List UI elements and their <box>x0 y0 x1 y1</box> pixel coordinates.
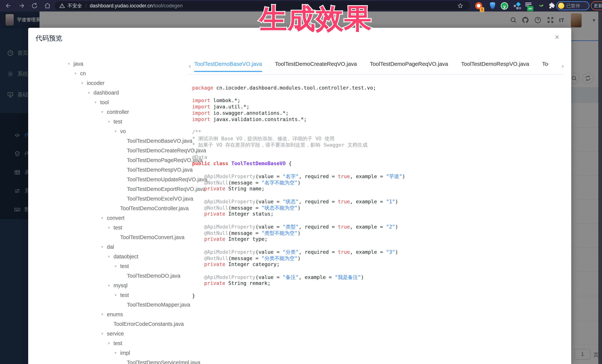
reload-icon[interactable] <box>31 2 38 9</box>
tree-caret-icon[interactable]: ▾ <box>100 312 107 317</box>
tree-node[interactable]: ToolTestDemoController.java <box>67 204 208 213</box>
tree-node[interactable]: ▾mysql <box>67 281 208 290</box>
close-icon[interactable]: × <box>555 33 559 41</box>
file-tab[interactable]: ToolTestDemoPageReqVO.java <box>370 61 448 72</box>
tree-caret-icon[interactable]: ▾ <box>107 225 114 230</box>
code-line: import java.util.*; <box>192 104 567 110</box>
tree-node[interactable]: ToolTestDemoBaseVO.java <box>67 136 208 146</box>
sync-paused-label: 已暂停 <box>566 3 580 9</box>
file-tab[interactable]: ToolTestDemoBaseVO.java <box>194 61 262 72</box>
tree-node[interactable]: ▾dal <box>67 242 208 252</box>
tree-node[interactable]: ▾test <box>67 261 208 271</box>
tree-node-label: ToolTestDemoMapper.java <box>127 302 190 308</box>
tree-caret-icon[interactable]: ▾ <box>74 71 80 76</box>
tree-node[interactable]: ▾tool <box>67 97 208 107</box>
profile-emoji-avatar <box>558 3 564 9</box>
bookmark-star-icon[interactable] <box>457 3 463 9</box>
back-icon[interactable] <box>5 2 12 9</box>
tree-caret-icon[interactable]: ▾ <box>94 100 100 104</box>
code-line <box>192 268 567 274</box>
url-path[interactable]: /tool/codegen <box>153 3 183 9</box>
tree-caret-icon[interactable]: ▾ <box>67 62 74 66</box>
tree-node[interactable]: ToolTestDemoExcelVO.java <box>67 194 208 204</box>
tree-node[interactable]: ▾dataobject <box>67 252 208 261</box>
tree-node[interactable]: ▾controller <box>67 107 208 117</box>
tree-node[interactable]: ▾dashboard <box>67 88 208 97</box>
extension-ubuntu-icon[interactable]: 1 <box>475 2 482 9</box>
tree-caret-icon[interactable]: ▾ <box>107 341 114 345</box>
code-preview-dialog: 代码预览 × ▾java▾cn▾iocoder▾dashboard▾tool▾c… <box>28 28 571 364</box>
tree-node-label: ToolErrorCodeConstants.java <box>114 321 184 327</box>
extension-list-icon[interactable]: on <box>525 2 533 10</box>
url-host[interactable]: dashboard.yudao.iocoder.cn <box>90 3 153 9</box>
tree-node[interactable]: ToolTestDemoCreateReqVO.java <box>67 146 208 155</box>
extension-diamond-grid-icon[interactable] <box>513 2 521 10</box>
tree-node[interactable]: ▾test <box>67 290 208 300</box>
home-icon[interactable] <box>44 2 51 9</box>
code-line: @ApiModelProperty(value = "备注", example … <box>192 274 567 280</box>
tree-node-label: test <box>114 225 122 231</box>
file-tabs-bar: ‹ ToolTestDemoBaseVO.javaToolTestDemoCre… <box>188 61 564 74</box>
extension-sprout-icon[interactable] <box>538 2 545 10</box>
tree-node-label: convert <box>107 215 124 221</box>
file-tab[interactable]: ToolTestDemoRespVO.java <box>461 61 529 72</box>
tree-node[interactable]: ToolTestDemoConvert.java <box>67 232 208 242</box>
tree-caret-icon[interactable]: ▾ <box>107 254 114 259</box>
code-line: import lombok.*; <box>192 97 567 104</box>
tree-caret-icon[interactable]: ▾ <box>107 283 114 288</box>
tree-caret-icon[interactable]: ▾ <box>114 129 120 134</box>
code-line <box>192 242 567 249</box>
tree-node-label: test <box>114 340 122 346</box>
tree-node[interactable]: ToolTestDemoMapper.java <box>67 300 208 310</box>
tree-node[interactable]: ▾vo <box>67 126 208 136</box>
tree-caret-icon[interactable]: ▾ <box>87 90 94 95</box>
file-tab[interactable]: ToolTe <box>542 61 548 72</box>
tree-caret-icon[interactable]: ▾ <box>100 245 107 249</box>
tree-caret-icon[interactable]: ▾ <box>114 293 120 297</box>
tree-node[interactable]: ToolTestDemoDO.java <box>67 271 208 281</box>
tree-node[interactable]: ▾convert <box>67 213 208 223</box>
tree-node[interactable]: ▾impl <box>67 348 208 358</box>
tree-node[interactable]: ToolErrorCodeConstants.java <box>67 319 208 329</box>
tree-caret-icon[interactable]: ▾ <box>80 81 87 85</box>
tree-node[interactable]: ToolTestDemoServiceImpl.java <box>67 358 208 364</box>
tree-node-label: test <box>114 119 122 125</box>
browser-profile-pill[interactable]: 已暂停 <box>556 1 589 10</box>
tree-node[interactable]: ▾iocoder <box>67 78 208 88</box>
tree-node[interactable]: ▾test <box>67 117 208 126</box>
tree-node-label: ToolTestDemoPageReqVO.java <box>127 157 203 163</box>
tree-node[interactable]: ▾test <box>67 338 208 348</box>
tree-node[interactable]: ToolTestDemoUpdateReqVO.java <box>67 175 208 184</box>
tree-caret-icon[interactable]: ▾ <box>100 216 107 220</box>
tabs-scroll-right-icon[interactable]: › <box>562 62 564 70</box>
browser-update-button[interactable]: 更新 ⋮ <box>591 1 602 10</box>
tree-caret-icon[interactable]: ▾ <box>114 351 120 355</box>
tree-node[interactable]: ToolTestDemoExportReqVO.java <box>67 184 208 194</box>
tree-node-label: impl <box>120 350 130 356</box>
forward-icon[interactable] <box>18 2 25 9</box>
tree-node[interactable]: ▾service <box>67 329 208 338</box>
update-label: 更新 <box>594 3 602 9</box>
tree-node[interactable]: ToolTestDemoPageReqVO.java <box>67 155 208 165</box>
tree-caret-icon[interactable]: ▾ <box>100 331 107 336</box>
tree-node-label: controller <box>107 109 129 115</box>
tree-node[interactable]: ▾enums <box>67 310 208 319</box>
extensions-puzzle-icon[interactable] <box>548 2 555 9</box>
extension-drop-icon[interactable] <box>490 2 495 9</box>
tree-node[interactable]: ▾cn <box>67 69 208 78</box>
tree-node[interactable]: ▾java <box>67 59 208 69</box>
tree-caret-icon[interactable]: ▾ <box>114 264 120 268</box>
extension-y-icon[interactable]: y <box>501 2 508 10</box>
security-label[interactable]: 不安全 <box>67 3 82 9</box>
tabs-scroll-left-icon[interactable]: ‹ <box>189 62 191 70</box>
window-edge-strip <box>598 11 602 364</box>
file-tab[interactable]: ToolTestDemoCreateReqVO.java <box>275 61 357 72</box>
code-line: * 测试示例 Base VO，提供给添加、修改、详细的子 VO 使用 <box>192 135 567 142</box>
tree-caret-icon[interactable]: ▾ <box>107 119 114 124</box>
tree-node-label: service <box>107 331 124 337</box>
tree-caret-icon[interactable]: ▾ <box>100 110 107 114</box>
tree-node[interactable]: ToolTestDemoRespVO.java <box>67 165 208 175</box>
code-line: package cn.iocoder.dashboard.modules.too… <box>192 85 567 91</box>
code-line: */ <box>192 148 567 154</box>
tree-node[interactable]: ▾test <box>67 223 208 232</box>
